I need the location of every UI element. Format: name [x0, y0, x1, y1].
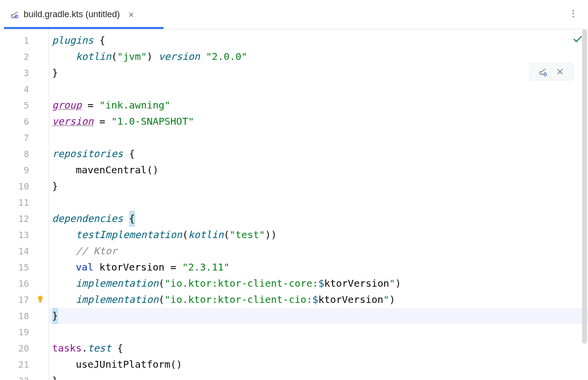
token — [52, 162, 76, 178]
token: = — [165, 259, 182, 275]
code-line[interactable]: useJUnitPlatform() — [49, 356, 588, 373]
svg-rect-4 — [39, 301, 42, 302]
code-line[interactable]: mavenCentral() — [49, 162, 588, 178]
token — [52, 275, 76, 292]
code-line[interactable]: // Ktor — [49, 243, 588, 259]
gutter-line-number: 6 — [0, 113, 49, 130]
token: ) — [147, 49, 159, 65]
code-line[interactable]: val ktorVersion = "2.3.11" — [49, 259, 588, 275]
editor-area: 12345678910111213141516171819202122 — [0, 29, 588, 380]
gradle-kotlin-icon — [9, 9, 20, 20]
code-line[interactable] — [49, 194, 588, 211]
token: ( — [111, 49, 117, 65]
gutter-line-number: 8 — [0, 146, 49, 162]
token: } — [52, 65, 58, 81]
code-line[interactable]: testImplementation(kotlin("test")) — [49, 227, 588, 243]
token — [123, 211, 129, 227]
gutter-line-number: 14 — [0, 243, 49, 259]
token: "io.ktor:ktor-client-cio: — [165, 292, 312, 308]
token: test — [87, 340, 111, 356]
tab-build-gradle[interactable]: build.gradle.kts (untitled) — [4, 0, 140, 29]
token: { — [129, 146, 135, 162]
token: repositories — [52, 146, 123, 162]
token: $ — [312, 292, 318, 308]
gutter: 12345678910111213141516171819202122 — [0, 29, 49, 380]
token: " — [389, 275, 395, 292]
code-line[interactable]: group = "ink.awning" — [49, 97, 588, 113]
token: { — [117, 340, 123, 356]
token — [52, 243, 76, 259]
token — [52, 49, 76, 65]
token: } — [52, 178, 58, 194]
token — [123, 146, 129, 162]
token — [52, 227, 76, 243]
token: implementation — [76, 275, 159, 292]
code-line[interactable]: repositories { — [49, 146, 588, 162]
gutter-line-number: 21 — [0, 356, 49, 373]
token: ktorVersion — [324, 275, 389, 292]
svg-point-3 — [573, 16, 574, 17]
gutter-line-number: 17 — [0, 292, 49, 308]
token — [200, 49, 206, 65]
code-line[interactable]: version = "1.0-SNAPSHOT" — [49, 113, 588, 130]
tab-bar: build.gradle.kts (untitled) — [0, 0, 588, 29]
token: "jvm" — [117, 49, 146, 65]
token: = — [93, 113, 111, 130]
gutter-line-number: 22 — [0, 373, 49, 380]
token: ) — [389, 292, 395, 308]
token: group — [52, 97, 82, 113]
gutter-line-number: 9 — [0, 162, 49, 178]
code-line[interactable] — [49, 81, 588, 97]
gutter-line-number: 19 — [0, 324, 49, 340]
code-line[interactable]: dependencies { — [49, 211, 588, 227]
token — [52, 259, 76, 275]
token: dependencies — [52, 211, 123, 227]
gutter-line-number: 20 — [0, 340, 49, 356]
code-line[interactable]: implementation("io.ktor:ktor-client-cio:… — [49, 292, 588, 308]
token: "ink.awning" — [99, 97, 170, 113]
token: ( — [159, 292, 165, 308]
gutter-line-number: 3 — [0, 65, 49, 81]
close-panel-icon[interactable] — [555, 67, 565, 77]
token: = — [82, 97, 99, 113]
scrollbar-thumb[interactable] — [582, 29, 587, 344]
token: kotlin — [188, 227, 224, 243]
token: ( — [182, 227, 188, 243]
token: ktorVersion — [318, 292, 383, 308]
code-line[interactable]: } — [49, 65, 588, 81]
gutter-line-number: 1 — [0, 32, 49, 49]
gutter-line-number: 18 — [0, 308, 49, 324]
token: // Ktor — [76, 243, 117, 259]
token: } — [52, 373, 58, 380]
token — [93, 259, 99, 275]
token — [93, 32, 99, 49]
code-line[interactable]: } — [49, 373, 588, 380]
code-line[interactable]: } — [49, 178, 588, 194]
intention-bulb-icon[interactable] — [36, 295, 45, 305]
tab-close-button[interactable] — [127, 10, 136, 19]
token: testImplementation — [76, 227, 182, 243]
code-line[interactable] — [49, 130, 588, 146]
svg-point-2 — [573, 13, 574, 14]
token: "2.3.11" — [182, 259, 229, 275]
token: implementation — [76, 292, 159, 308]
code-line[interactable] — [49, 324, 588, 340]
code-line[interactable]: plugins { — [49, 32, 588, 49]
code-area[interactable]: plugins { kotlin("jvm") version "2.0.0"}… — [49, 29, 588, 380]
floating-toolbar — [529, 63, 573, 81]
token: "test" — [229, 227, 265, 243]
gutter-line-number: 12 — [0, 211, 49, 227]
code-line[interactable]: kotlin("jvm") version "2.0.0" — [49, 49, 588, 65]
gutter-line-number: 13 — [0, 227, 49, 243]
gutter-line-number: 16 — [0, 275, 49, 292]
code-line[interactable]: } — [49, 308, 588, 324]
gutter-line-number: 11 — [0, 194, 49, 211]
code-line[interactable]: tasks.test { — [49, 340, 588, 356]
token: ( — [159, 275, 165, 292]
code-line[interactable]: implementation("io.ktor:ktor-client-core… — [49, 275, 588, 292]
more-menu-button[interactable] — [568, 9, 578, 21]
gradle-sync-icon[interactable] — [537, 67, 547, 77]
token: plugins — [52, 32, 93, 49]
scrollbar[interactable] — [581, 29, 588, 380]
token: } — [52, 308, 58, 324]
